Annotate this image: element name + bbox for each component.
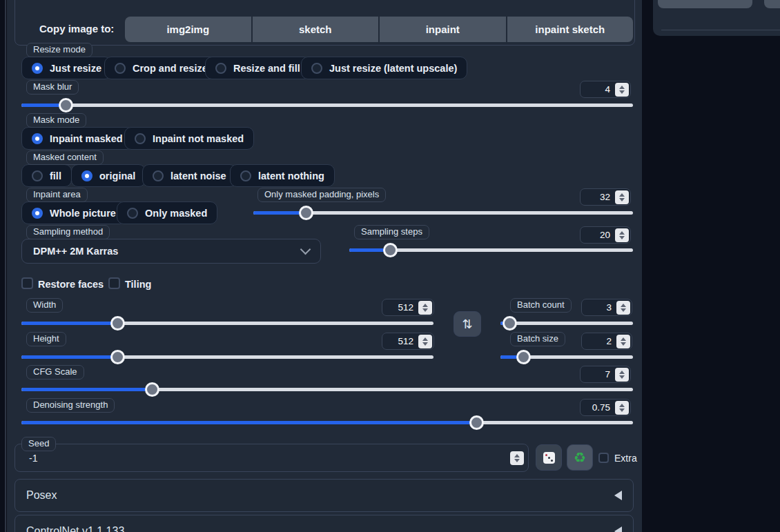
width-slider[interactable] bbox=[21, 316, 433, 331]
radio-label: Crop and resize bbox=[133, 63, 208, 74]
slider-handle[interactable] bbox=[110, 350, 125, 364]
restore-faces-label: Restore faces bbox=[38, 279, 104, 290]
cfg-scale-spinner[interactable] bbox=[615, 368, 629, 382]
width-number-input[interactable]: 512 bbox=[382, 299, 434, 316]
radio-only-masked[interactable]: Only masked bbox=[117, 201, 217, 224]
height-spinner[interactable] bbox=[418, 335, 432, 348]
slider-handle[interactable] bbox=[469, 415, 484, 430]
slider-handle[interactable] bbox=[299, 206, 313, 220]
restore-faces-checkbox[interactable] bbox=[21, 277, 33, 289]
radio-label: Inpaint not masked bbox=[153, 133, 244, 144]
batch-size-spinner[interactable] bbox=[616, 335, 630, 348]
only-masked-padding-label: Only masked padding, pixels bbox=[257, 188, 386, 202]
radio-latent-noise[interactable]: latent noise bbox=[142, 164, 237, 187]
batch-size-number-input[interactable]: 2 bbox=[581, 333, 632, 350]
radio-label: latent noise bbox=[170, 170, 226, 181]
mask-blur-slider[interactable] bbox=[21, 98, 633, 112]
radio-circle-icon bbox=[311, 63, 322, 74]
cfg-scale-label: CFG Scale bbox=[26, 365, 84, 380]
radio-label: Resize and fill bbox=[233, 63, 300, 74]
right-panel-button-1[interactable] bbox=[658, 0, 752, 8]
radio-original[interactable]: original bbox=[71, 164, 146, 187]
only-masked-padding-spinner[interactable] bbox=[615, 190, 629, 204]
radio-label: original bbox=[99, 170, 135, 181]
radio-inpaint-not-masked[interactable]: Inpaint not masked bbox=[124, 127, 254, 150]
slider-handle[interactable] bbox=[110, 316, 125, 331]
extra-seed-checkbox[interactable] bbox=[598, 453, 609, 463]
height-number-input[interactable]: 512 bbox=[382, 333, 434, 350]
slider-handle[interactable] bbox=[503, 316, 517, 331]
radio-circle-icon bbox=[135, 133, 146, 144]
sampling-method-label: Sampling method bbox=[26, 225, 110, 239]
sampling-steps-slider[interactable] bbox=[349, 243, 633, 257]
radio-latent-nothing[interactable]: latent nothing bbox=[230, 164, 335, 187]
sampling-steps-value: 20 bbox=[600, 230, 610, 240]
only-masked-padding-number-input[interactable]: 32 bbox=[580, 188, 631, 206]
sampling-steps-spinner[interactable] bbox=[615, 228, 629, 242]
height-label: Height bbox=[26, 332, 66, 346]
sampling-method-dropdown[interactable]: DPM++ 2M Karras bbox=[21, 239, 321, 264]
extra-seed-label: Extra bbox=[614, 453, 637, 464]
width-spinner[interactable] bbox=[418, 301, 432, 315]
cfg-scale-slider[interactable] bbox=[21, 382, 633, 397]
right-panel-button-2[interactable] bbox=[764, 0, 780, 8]
batch-size-value: 2 bbox=[606, 336, 612, 346]
copy-to-sketch-button[interactable]: sketch bbox=[253, 17, 379, 42]
batch-count-slider[interactable] bbox=[500, 316, 633, 331]
batch-count-label: Batch count bbox=[510, 298, 572, 313]
batch-size-slider[interactable] bbox=[500, 350, 633, 364]
collapse-arrow-icon bbox=[614, 526, 622, 532]
radio-inpaint-masked[interactable]: Inpaint masked bbox=[21, 127, 133, 150]
radio-fill[interactable]: fill bbox=[21, 164, 72, 187]
batch-size-label: Batch size bbox=[510, 332, 565, 346]
chevron-down-icon bbox=[300, 244, 311, 255]
batch-count-value: 3 bbox=[606, 302, 612, 313]
batch-count-number-input[interactable]: 3 bbox=[581, 299, 632, 316]
radio-just-resize[interactable]: Just resize bbox=[21, 57, 112, 79]
width-label: Width bbox=[26, 298, 63, 313]
radio-crop-and-resize[interactable]: Crop and resize bbox=[104, 57, 218, 79]
copy-to-inpaint-sketch-button[interactable]: inpaint sketch bbox=[507, 17, 634, 42]
denoising-strength-number-input[interactable]: 0.75 bbox=[580, 399, 631, 416]
radio-whole-picture[interactable]: Whole picture bbox=[21, 201, 126, 224]
radio-label: latent nothing bbox=[258, 170, 324, 181]
dice-icon bbox=[543, 452, 555, 464]
radio-just-resize-latent-upscale[interactable]: Just resize (latent upscale) bbox=[301, 57, 467, 79]
radio-label: Just resize (latent upscale) bbox=[329, 63, 457, 74]
mask-blur-label: Mask blur bbox=[26, 80, 79, 95]
tiling-checkbox[interactable] bbox=[108, 277, 120, 289]
slider-handle[interactable] bbox=[59, 98, 73, 112]
seed-value: -1 bbox=[29, 453, 37, 464]
batch-count-spinner[interactable] bbox=[616, 301, 630, 315]
radio-resize-and-fill[interactable]: Resize and fill bbox=[205, 57, 311, 79]
radio-circle-icon bbox=[240, 170, 251, 181]
tiling-label: Tiling bbox=[125, 279, 151, 290]
reuse-seed-button[interactable]: ♻ bbox=[567, 444, 593, 471]
slider-handle[interactable] bbox=[383, 243, 398, 257]
seed-spinner[interactable] bbox=[510, 451, 524, 465]
denoising-strength-spinner[interactable] bbox=[615, 401, 629, 415]
cfg-scale-number-input[interactable]: 7 bbox=[580, 366, 631, 383]
denoising-strength-slider[interactable] bbox=[21, 415, 633, 430]
swap-width-height-button[interactable]: ⇅ bbox=[454, 311, 481, 337]
mask-blur-spinner[interactable] bbox=[615, 83, 629, 97]
copy-image-to-button-group: img2img sketch inpaint inpaint sketch bbox=[125, 17, 633, 42]
sampling-steps-number-input[interactable]: 20 bbox=[580, 226, 631, 244]
controlnet-accordion[interactable]: ControlNet v1.1.133 bbox=[14, 515, 634, 532]
random-seed-button[interactable] bbox=[536, 444, 562, 471]
only-masked-padding-slider[interactable] bbox=[253, 206, 633, 220]
copy-to-inpaint-button[interactable]: inpaint bbox=[380, 17, 506, 42]
slider-fill bbox=[21, 388, 152, 391]
posex-accordion[interactable]: Posex bbox=[14, 479, 634, 512]
height-slider[interactable] bbox=[21, 350, 433, 364]
radio-selected-icon bbox=[32, 63, 43, 74]
copy-to-img2img-button[interactable]: img2img bbox=[125, 17, 251, 42]
width-value: 512 bbox=[398, 302, 413, 313]
mask-blur-number-input[interactable]: 4 bbox=[580, 81, 631, 98]
slider-handle[interactable] bbox=[516, 350, 531, 364]
radio-label: Only masked bbox=[145, 208, 207, 219]
controlnet-accordion-title: ControlNet v1.1.133 bbox=[26, 525, 124, 532]
seed-input[interactable]: -1 bbox=[14, 444, 529, 472]
slider-track bbox=[500, 322, 633, 325]
slider-handle[interactable] bbox=[145, 382, 159, 397]
